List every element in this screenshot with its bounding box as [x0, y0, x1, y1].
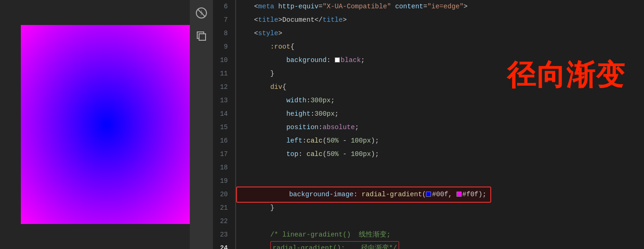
svg-rect-3	[199, 34, 206, 40]
sidebar-icons	[190, 0, 213, 249]
preview-panel	[0, 0, 213, 249]
code-line-21: 21 }	[213, 201, 644, 215]
code-line-22: 22	[213, 215, 644, 228]
gradient-preview	[21, 25, 192, 224]
code-line-14: 14 height:300px;	[213, 107, 644, 121]
code-line-8: 8 <style>	[213, 27, 644, 40]
code-line-15: 15 position:absolute;	[213, 121, 644, 134]
code-line-20: 20 background-image: radial-gradient(#00…	[213, 188, 644, 201]
code-line-23: 23 /* linear-gradient() 线性渐变;	[213, 228, 644, 242]
code-line-13: 13 width:300px;	[213, 94, 644, 107]
code-line-17: 17 top: calc(50% - 100px);	[213, 148, 644, 161]
code-line-6: 6 <meta http-equiv="X-UA-Compatible" con…	[213, 0, 644, 13]
code-line-12: 12 div{	[213, 81, 644, 94]
code-line-11: 11 }	[213, 67, 644, 81]
code-line-19: 19	[213, 174, 644, 188]
frame-icon[interactable]	[193, 28, 210, 44]
no-flash-icon[interactable]	[193, 5, 210, 21]
code-line-10: 10 background: black;	[213, 54, 644, 67]
code-area: 6 <meta http-equiv="X-UA-Compatible" con…	[213, 0, 644, 249]
code-line-16: 16 left:calc(50% - 100px);	[213, 134, 644, 148]
code-line-18: 18	[213, 161, 644, 174]
editor-panel: 径向渐变 6 <meta http-equiv="X-UA-Compatible…	[213, 0, 644, 249]
code-line-9: 9 :root{	[213, 40, 644, 54]
code-line-24: 24 radial-gradient(); 径向渐变*/	[213, 242, 644, 249]
code-line-7: 7 <title>Document</title>	[213, 13, 644, 27]
